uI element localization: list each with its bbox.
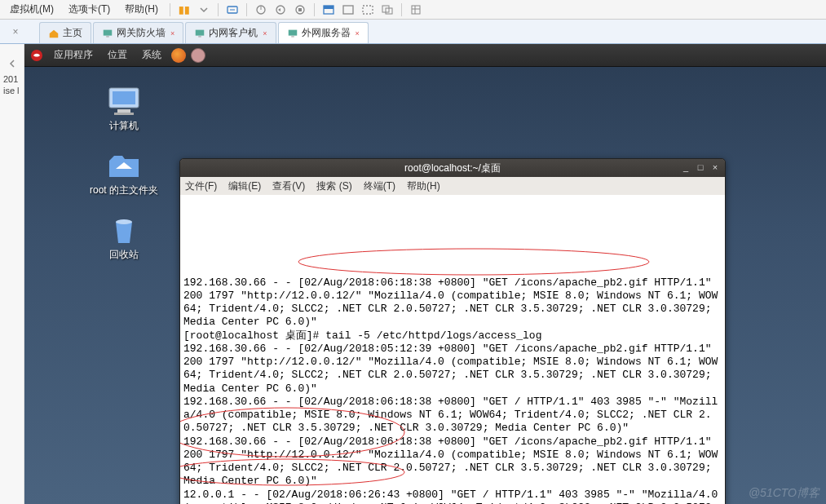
terminal-title-text: root@localhost:~/桌面 (404, 161, 501, 175)
svg-point-23 (116, 219, 132, 224)
menu-tabs[interactable]: 选项卡(T) (62, 1, 117, 18)
svg-rect-6 (324, 6, 333, 9)
collapse-icon[interactable] (6, 57, 19, 70)
panel-apps[interactable]: 应用程序 (49, 48, 98, 62)
terminal-window: root@localhost:~/桌面 _ □ × 文件(F) 编辑(E) 查看… (179, 158, 726, 504)
terminal-line: 192.168.30.66 - - [02/Aug/2018:05:12:39 … (183, 343, 722, 396)
tab-label: 外网服务器 (302, 26, 351, 40)
tab-home[interactable]: 主页 (39, 22, 91, 43)
file-manager-icon[interactable] (191, 48, 205, 63)
svg-rect-15 (199, 36, 202, 37)
svg-rect-17 (291, 36, 294, 37)
close-icon[interactable]: × (170, 29, 174, 38)
separator (246, 3, 247, 16)
watermark: @51CTO博客 (749, 486, 819, 501)
term-menu-edit[interactable]: 编辑(E) (228, 179, 261, 193)
term-menu-search[interactable]: 搜索 (S) (316, 179, 351, 193)
monitor-icon (194, 28, 205, 39)
terminal-body[interactable]: 192.168.30.66 - - [02/Aug/2018:06:18:38 … (180, 195, 725, 504)
svg-rect-20 (113, 91, 135, 104)
svg-rect-8 (363, 6, 373, 14)
pause-icon[interactable]: ▮▮ (175, 1, 193, 19)
tab-firewall[interactable]: 网关防火墙 × (93, 22, 183, 43)
term-menu-file[interactable]: 文件(F) (185, 179, 217, 193)
separator (401, 3, 402, 16)
tab-label: 主页 (63, 26, 82, 40)
close-icon[interactable]: × (263, 29, 267, 38)
trash-icon[interactable]: 回收站 (104, 214, 144, 262)
terminal-menubar: 文件(F) 编辑(E) 查看(V) 搜索 (S) 终端(T) 帮助(H) (180, 177, 725, 195)
icon-label: 计算机 (109, 119, 139, 133)
icon-label: 回收站 (109, 248, 139, 262)
host-side-panel: 201 ise l (0, 20, 24, 504)
host-truncated-text: 201 ise l (0, 73, 24, 97)
dropdown-icon[interactable] (195, 1, 213, 19)
snapshot-revert-icon[interactable] (272, 1, 289, 19)
snapshot-manage-icon[interactable] (291, 1, 309, 19)
separator (218, 3, 219, 16)
gnome-top-panel: 应用程序 位置 系统 (24, 44, 826, 67)
maximize-icon[interactable]: □ (694, 161, 707, 174)
svg-rect-21 (117, 109, 130, 113)
desktop-icons: 计算机 root 的主文件夹 回收站 (90, 85, 158, 262)
svg-rect-11 (412, 6, 420, 14)
svg-point-24 (298, 249, 649, 275)
close-icon[interactable]: × (356, 29, 360, 38)
tab-server[interactable]: 外网服务器 × (278, 22, 369, 43)
terminal-line: 192.168.30.66 - - [02/Aug/2018:06:18:38 … (183, 276, 722, 329)
svg-rect-22 (114, 113, 134, 115)
terminal-line: 192.168.30.66 - - [02/Aug/2018:06:18:38 … (183, 396, 722, 435)
annotation-ellipse (294, 245, 653, 278)
fit-guest-icon[interactable] (320, 1, 338, 19)
library-icon[interactable] (407, 1, 425, 19)
close-icon[interactable]: × (709, 161, 722, 174)
panel-places[interactable]: 位置 (103, 48, 132, 62)
monitor-icon (102, 28, 113, 39)
redhat-icon (29, 48, 44, 63)
terminal-line: 192.168.30.66 - - [02/Aug/2018:06:18:38 … (183, 435, 722, 489)
vm-tabs-bar: × 主页 网关防火墙 × 内网客户机 × 外网服务器 × (0, 20, 826, 44)
svg-rect-13 (106, 36, 109, 37)
svg-rect-4 (298, 8, 302, 11)
home-folder-icon[interactable]: root 的主文件夹 (90, 149, 158, 197)
send-cad-icon[interactable] (223, 1, 241, 19)
tab-label: 内网客户机 (209, 26, 258, 40)
term-menu-terminal[interactable]: 终端(T) (364, 179, 395, 193)
guest-desktop: 应用程序 位置 系统 计算机 root 的主文件夹 回收站 root@local… (24, 44, 826, 504)
fit-window-icon[interactable] (339, 1, 357, 19)
svg-rect-7 (343, 6, 353, 14)
terminal-line: [root@localhost 桌面]# tail -5 /etc/httpd/… (183, 329, 722, 343)
tab-label: 网关防火墙 (117, 26, 166, 40)
fullscreen-icon[interactable] (359, 1, 377, 19)
minimize-icon[interactable]: _ (679, 161, 692, 174)
computer-icon[interactable]: 计算机 (104, 85, 144, 133)
term-menu-help[interactable]: 帮助(H) (407, 179, 440, 193)
separator (314, 3, 315, 16)
close-icon[interactable]: × (8, 24, 23, 39)
terminal-titlebar[interactable]: root@localhost:~/桌面 _ □ × (180, 159, 725, 177)
panel-system[interactable]: 系统 (137, 48, 166, 62)
icon-label: root 的主文件夹 (90, 183, 158, 197)
separator (170, 3, 170, 16)
svg-rect-14 (196, 29, 205, 35)
host-menubar: 虚拟机(M) 选项卡(T) 帮助(H) ▮▮ (0, 0, 826, 20)
svg-rect-12 (104, 29, 113, 35)
firefox-icon[interactable] (171, 48, 186, 63)
terminal-line: 12.0.0.1 - - [02/Aug/2018:06:26:43 +0800… (183, 489, 722, 505)
menu-help[interactable]: 帮助(H) (118, 1, 165, 18)
monitor-icon (287, 28, 298, 39)
menu-vm[interactable]: 虚拟机(M) (3, 1, 60, 18)
svg-rect-16 (288, 29, 297, 35)
home-icon (48, 28, 60, 39)
term-menu-view[interactable]: 查看(V) (272, 179, 305, 193)
tab-client[interactable]: 内网客户机 × (185, 22, 276, 43)
unity-icon[interactable] (378, 1, 396, 19)
snapshot-icon[interactable] (252, 1, 270, 19)
